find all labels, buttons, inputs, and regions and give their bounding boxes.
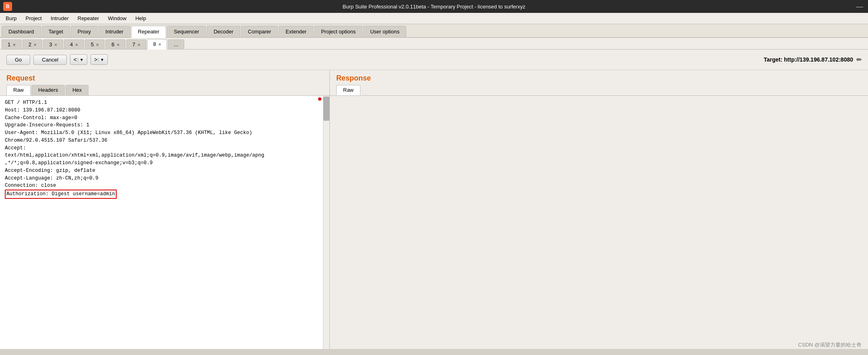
main-tab-proxy[interactable]: Proxy (71, 26, 98, 37)
menu-item-project[interactable]: Project (21, 14, 45, 23)
sub-tab-close-icon[interactable]: × (34, 42, 36, 47)
request-line: Connection: close (5, 182, 318, 190)
sub-tab-1[interactable]: 1× (2, 39, 22, 49)
sub-tab-close-icon[interactable]: × (138, 42, 140, 47)
sub-tab-7[interactable]: 7× (126, 39, 146, 49)
sub-tab-label: 5 (91, 41, 94, 47)
main-tab-intruder[interactable]: Intruder (99, 26, 130, 37)
request-line: Accept-Encoding: gzip, deflate (5, 167, 318, 175)
request-line: Cache-Control: max-age=0 (5, 114, 318, 122)
menu-item-repeater[interactable]: Repeater (74, 14, 103, 23)
sub-tab-label: 4 (70, 41, 73, 47)
back-button[interactable]: < ▼ (70, 54, 87, 65)
sub-tab-label: 7 (132, 41, 135, 47)
sub-tab-close-icon[interactable]: × (55, 42, 57, 47)
sub-tab-bar: 1×2×3×4×5×6×7×8×... (0, 38, 868, 50)
request-line: text/html,application/xhtml+xml,applicat… (5, 152, 318, 159)
menu-bar: BurpProjectIntruderRepeaterWindowHelp (0, 13, 868, 24)
split-pane: Request RawHeadersHex GET / HTTP/1.1Host… (0, 70, 868, 349)
response-title: Response (330, 70, 868, 85)
back-arrow-icon: < (74, 56, 77, 63)
request-text-area[interactable]: GET / HTTP/1.1Host: 139.196.87.102:8080C… (0, 96, 323, 349)
request-line: GET / HTTP/1.1 (5, 99, 318, 107)
minimize-button[interactable]: — (856, 2, 863, 11)
forward-arrow-icon: > (94, 56, 97, 63)
request-content: GET / HTTP/1.1Host: 139.196.87.102:8080C… (0, 96, 329, 349)
menu-item-help[interactable]: Help (131, 14, 150, 23)
toolbar: Go Cancel < ▼ > ▼ Target: http://139.196… (0, 50, 868, 70)
menu-item-window[interactable]: Window (104, 14, 130, 23)
content-area: Go Cancel < ▼ > ▼ Target: http://139.196… (0, 50, 868, 349)
watermark: CSDN @渴望力量的哈士奇 (798, 341, 862, 349)
sub-tab-close-icon[interactable]: × (13, 42, 15, 47)
request-line: Upgrade-Insecure-Requests: 1 (5, 122, 318, 129)
request-line: Host: 139.196.87.102:8080 (5, 107, 318, 114)
sub-tab-label: 2 (29, 41, 31, 47)
request-line: Chrome/92.0.4515.107 Safari/537.36 (5, 137, 318, 144)
back-dropdown-icon: ▼ (78, 58, 84, 62)
request-pane: Request RawHeadersHex GET / HTTP/1.1Host… (0, 70, 330, 349)
target-info: Target: http://139.196.87.102:8080 ✏ (764, 56, 862, 64)
title-bar: B Burp Suite Professional v2.0.11beta - … (0, 0, 868, 13)
sub-tab-close-icon[interactable]: × (75, 42, 78, 47)
sub-tab-label: ... (174, 41, 178, 47)
request-line: ,*/*;q=0.8,application/signed-exchange;v… (5, 159, 318, 167)
red-dot-indicator (318, 97, 321, 101)
request-line: Accept-Language: zh-CN,zh;q=0.9 (5, 175, 318, 182)
response-pane: Response Raw (330, 70, 868, 349)
main-tab-extender[interactable]: Extender (279, 26, 313, 37)
response-tab-raw[interactable]: Raw (336, 85, 360, 95)
auth-line: Authorization: Digest username=admin (5, 190, 318, 199)
request-title: Request (0, 70, 329, 85)
main-tab-target[interactable]: Target (42, 26, 70, 37)
request-line: Accept: (5, 144, 318, 152)
main-tab-decoder[interactable]: Decoder (207, 26, 240, 37)
edit-target-icon[interactable]: ✏ (856, 56, 862, 64)
request-tabs: RawHeadersHex (0, 85, 329, 96)
auth-line-text: Authorization: Digest username=admin (5, 190, 117, 199)
forward-button[interactable]: > ▼ (91, 54, 108, 65)
sub-tab-close-icon[interactable]: × (158, 42, 161, 47)
sub-tab-label: 8 (153, 41, 156, 47)
sub-tab-label: 6 (111, 41, 114, 47)
sub-tab-8[interactable]: 8× (147, 39, 167, 50)
main-tab-repeater[interactable]: Repeater (131, 26, 166, 38)
main-tab-user-options[interactable]: User options (363, 26, 406, 37)
request-line: User-Agent: Mozilla/5.0 (X11; Linux x86_… (5, 129, 318, 137)
main-tab-comparer[interactable]: Comparer (241, 26, 278, 37)
window-title: Burp Suite Professional v2.0.11beta - Te… (343, 4, 525, 10)
main-tab-bar: DashboardTargetProxyIntruderRepeaterSequ… (0, 24, 868, 38)
request-tab-raw[interactable]: Raw (6, 85, 31, 95)
sub-tab-label: 1 (8, 41, 10, 47)
sub-tab-close-icon[interactable]: × (117, 42, 119, 47)
request-tab-headers[interactable]: Headers (31, 85, 65, 95)
sub-tab-2[interactable]: 2× (23, 39, 43, 49)
sub-tab-3[interactable]: 3× (43, 39, 63, 49)
menu-item-intruder[interactable]: Intruder (47, 14, 73, 23)
scrollbar-thumb (323, 97, 329, 121)
response-tabs: Raw (330, 85, 868, 96)
sub-tab-label: 3 (49, 41, 52, 47)
menu-item-burp[interactable]: Burp (2, 14, 21, 23)
forward-dropdown-icon: ▼ (98, 58, 104, 62)
app-logo: B (3, 2, 12, 11)
request-scrollbar[interactable] (323, 96, 329, 349)
sub-tab-...[interactable]: ... (168, 39, 184, 49)
sub-tab-4[interactable]: 4× (64, 39, 84, 49)
request-tab-hex[interactable]: Hex (66, 85, 88, 95)
go-button[interactable]: Go (6, 55, 30, 65)
main-tab-sequencer[interactable]: Sequencer (167, 26, 206, 37)
cancel-button[interactable]: Cancel (33, 55, 66, 65)
sub-tab-6[interactable]: 6× (105, 39, 125, 49)
main-tab-dashboard[interactable]: Dashboard (2, 26, 41, 37)
sub-tab-5[interactable]: 5× (85, 39, 105, 49)
sub-tab-close-icon[interactable]: × (96, 42, 99, 47)
target-label: Target: http://139.196.87.102:8080 (764, 56, 853, 63)
main-tab-project-options[interactable]: Project options (314, 26, 362, 37)
